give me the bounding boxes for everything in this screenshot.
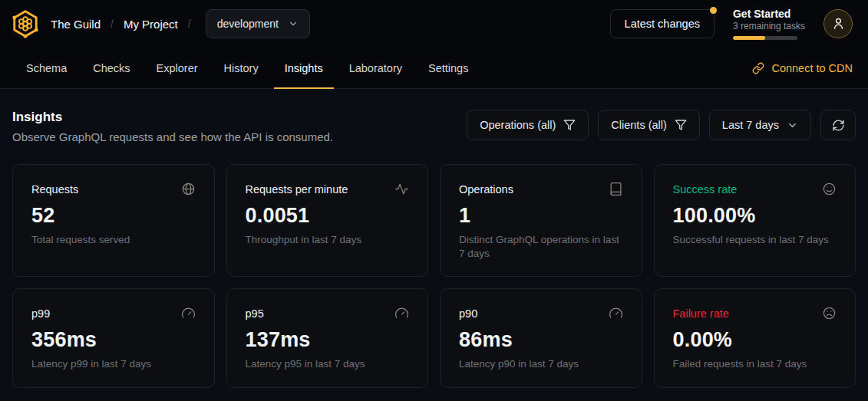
top-bar: The Guild / My Project / development Lat… xyxy=(0,0,868,48)
gauge-icon xyxy=(394,306,409,320)
filter-icon xyxy=(675,119,687,131)
card-description: Latency p99 in last 7 days xyxy=(31,357,196,371)
card-description: Throughput in last 7 days xyxy=(246,233,410,247)
tab-schema[interactable]: Schema xyxy=(15,48,78,88)
card-description: Successful requests in last 7 days xyxy=(673,233,837,247)
card-description: Latency p90 in last 7 days xyxy=(459,357,623,371)
stat-card-requests: Requests 52 Total requests served xyxy=(12,164,215,277)
stats-grid: Requests 52 Total requests served Reques… xyxy=(12,164,856,388)
period-select-value: Last 7 days xyxy=(722,119,779,131)
operations-filter-button[interactable]: Operations (all) xyxy=(467,110,589,140)
card-value: 1 xyxy=(459,204,623,228)
chevron-down-icon xyxy=(288,18,299,29)
stat-card-operations: Operations 1 Distinct GraphQL operations… xyxy=(440,164,642,277)
card-value: 356ms xyxy=(31,328,196,352)
globe-icon xyxy=(181,182,196,196)
card-title: Success rate xyxy=(673,183,738,196)
connect-cdn-label: Connect to CDN xyxy=(771,62,853,74)
insights-page: Insights Observe GraphQL requests and se… xyxy=(0,110,868,388)
breadcrumb-separator: / xyxy=(188,18,191,30)
clients-filter-label: Clients (all) xyxy=(611,119,667,131)
tab-checks[interactable]: Checks xyxy=(82,48,140,88)
chevron-down-icon xyxy=(787,120,798,131)
activity-icon xyxy=(394,182,409,196)
card-title: p90 xyxy=(459,307,477,320)
stat-card-p90: p90 86ms Latency p90 in last 7 days xyxy=(440,288,642,387)
operations-filter-label: Operations (all) xyxy=(480,119,556,131)
stat-card-failure-rate: Failure rate 0.00% Failed requests in la… xyxy=(654,288,856,387)
avatar[interactable] xyxy=(823,9,853,38)
tab-settings[interactable]: Settings xyxy=(417,48,479,88)
breadcrumb-project[interactable]: My Project xyxy=(124,18,178,31)
card-value: 52 xyxy=(31,204,196,228)
card-value: 0.00% xyxy=(673,328,837,352)
target-selector[interactable]: development xyxy=(206,9,310,38)
refresh-button[interactable] xyxy=(820,110,856,140)
tab-laboratory[interactable]: Laboratory xyxy=(338,48,413,88)
card-description: Failed requests in last 7 days xyxy=(673,357,837,371)
stat-card-success-rate: Success rate 100.00% Successful requests… xyxy=(654,164,856,277)
card-title: Operations xyxy=(459,183,513,196)
connect-cdn-link[interactable]: Connect to CDN xyxy=(752,62,853,74)
filter-icon xyxy=(563,119,576,131)
latest-changes-label: Latest changes xyxy=(625,18,700,30)
page-title: Insights xyxy=(12,110,333,125)
breadcrumb-separator: / xyxy=(111,18,114,30)
smile-icon xyxy=(822,182,837,196)
notification-dot xyxy=(710,7,717,14)
link-icon xyxy=(752,62,764,74)
book-icon xyxy=(609,182,623,196)
frown-icon xyxy=(822,306,837,320)
stat-card-p99: p99 356ms Latency p99 in last 7 days xyxy=(12,288,215,387)
tab-insights[interactable]: Insights xyxy=(274,48,334,88)
card-value: 86ms xyxy=(459,328,623,352)
latest-changes-button[interactable]: Latest changes xyxy=(610,9,715,38)
card-description: Latency p95 in last 7 days xyxy=(246,357,410,371)
gauge-icon xyxy=(181,306,196,320)
card-description: Distinct GraphQL operations in last 7 da… xyxy=(459,233,623,261)
nav-tabs-bar: Schema Checks Explorer History Insights … xyxy=(0,48,868,89)
gauge-icon xyxy=(609,306,623,320)
stat-card-requests-per-minute: Requests per minute 0.0051 Throughput in… xyxy=(226,164,429,277)
card-title: p95 xyxy=(246,307,264,320)
tab-explorer[interactable]: Explorer xyxy=(146,48,209,88)
get-started-widget[interactable]: Get Started 3 remaining tasks xyxy=(733,8,805,41)
card-value: 0.0051 xyxy=(246,204,410,228)
get-started-title: Get Started xyxy=(733,8,805,21)
page-subtitle: Observe GraphQL requests and see how the… xyxy=(12,130,333,143)
user-icon xyxy=(831,16,846,31)
card-title: Requests xyxy=(31,183,78,196)
card-title: Requests per minute xyxy=(246,183,348,196)
refresh-icon xyxy=(832,119,845,132)
tab-history[interactable]: History xyxy=(213,48,269,88)
stat-card-p95: p95 137ms Latency p95 in last 7 days xyxy=(226,288,429,387)
get-started-subtitle: 3 remaining tasks xyxy=(733,21,805,31)
card-title: Failure rate xyxy=(673,307,729,320)
period-select[interactable]: Last 7 days xyxy=(709,110,811,140)
guild-logo-icon[interactable] xyxy=(11,9,40,38)
card-description: Total requests served xyxy=(31,233,196,247)
clients-filter-button[interactable]: Clients (all) xyxy=(598,110,700,140)
breadcrumb-org[interactable]: The Guild xyxy=(51,18,101,31)
card-value: 100.00% xyxy=(673,204,837,228)
card-value: 137ms xyxy=(246,328,410,352)
target-selector-value: development xyxy=(217,18,279,30)
card-title: p99 xyxy=(31,307,50,320)
get-started-progress-fill xyxy=(733,36,765,40)
get-started-progress-track xyxy=(733,36,797,40)
